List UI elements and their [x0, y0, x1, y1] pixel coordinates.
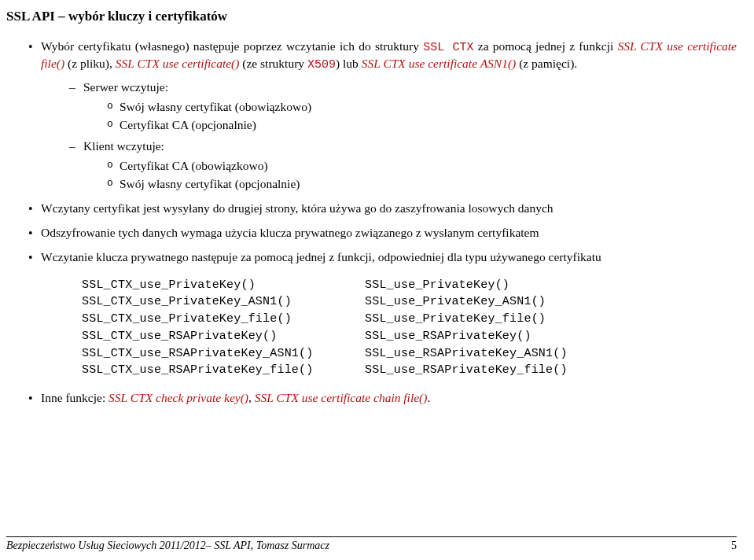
- o-item: Certyfikat CA (opcjonalnie): [107, 117, 737, 134]
- function-cell: SSL_use_RSAPrivateKey(): [365, 328, 648, 345]
- text-span: Serwer wczytuje:: [83, 80, 168, 94]
- function-cell: SSL_use_PrivateKey_file(): [365, 311, 648, 328]
- text-span: (z pliku),: [64, 57, 116, 70]
- o-list: Swój własny certyfikat (obowiązkowo) Cer…: [107, 99, 737, 134]
- bullet-item-3: Odszyfrowanie tych danych wymaga użycia …: [28, 225, 737, 241]
- text-span: ) lub: [336, 57, 362, 70]
- function-name: SSL CTX use certificate ASN1(): [362, 57, 517, 70]
- text-span: Inne funkcje:: [41, 391, 109, 404]
- function-cell: SSL_use_RSAPrivateKey_ASN1(): [365, 345, 648, 363]
- code-span: X509: [307, 58, 336, 72]
- text-span: Klient wczytuje:: [83, 139, 164, 153]
- page-footer: Bezpieczeństwo Usług Sieciowych 2011/201…: [6, 536, 737, 554]
- function-cell: SSL_CTX_use_RSAPrivateKey_ASN1(): [82, 345, 365, 363]
- page-title: SSL API – wybór kluczy i certyfikatów: [6, 8, 737, 26]
- function-name: SSL CTX use certificate(): [116, 57, 240, 70]
- dash-item-client: Klient wczytuje: Certyfikat CA (obowiązk…: [69, 138, 737, 193]
- text-span: ,: [248, 391, 255, 404]
- document-page: SSL API – wybór kluczy i certyfikatów Wy…: [0, 0, 754, 560]
- function-name: SSL CTX use certificate chain file(): [255, 391, 428, 404]
- bullet-item-4: Wczytanie klucza prywatnego następuje za…: [28, 249, 737, 266]
- text-span: (ze struktury: [239, 57, 307, 70]
- function-cell: SSL_CTX_use_PrivateKey_ASN1(): [82, 293, 365, 311]
- function-cell: SSL_CTX_use_RSAPrivateKey_file(): [82, 362, 365, 379]
- o-item: Swój własny certyfikat (opcjonalnie): [107, 176, 737, 193]
- o-item: Swój własny certyfikat (obowiązkowo): [107, 99, 737, 116]
- function-cell: SSL_use_RSAPrivateKey_file(): [365, 362, 648, 379]
- code-span: SSL CTX: [423, 41, 473, 54]
- main-bullet-list: Wybór certyfikatu (własnego) następuje p…: [28, 39, 737, 266]
- function-name: SSL CTX check private key(): [109, 391, 248, 404]
- footer-text: Bezpieczeństwo Usług Sieciowych 2011/201…: [6, 539, 329, 554]
- function-col-right: SSL_use_PrivateKey() SSL_use_PrivateKey_…: [365, 277, 648, 380]
- function-cell: SSL_CTX_use_PrivateKey_file(): [82, 311, 365, 328]
- o-list: Certyfikat CA (obowiązkowo) Swój własny …: [107, 158, 737, 193]
- o-item: Certyfikat CA (obowiązkowo): [107, 158, 737, 175]
- bullet-item-5: Inne funkcje: SSL CTX check private key(…: [28, 390, 737, 407]
- text-span: Wybór certyfikatu (własnego) następuje p…: [41, 39, 423, 53]
- bullet-item-1: Wybór certyfikatu (własnego) następuje p…: [28, 39, 737, 193]
- dash-item-server: Serwer wczytuje: Swój własny certyfikat …: [69, 79, 737, 134]
- function-cell: SSL_CTX_use_PrivateKey(): [82, 277, 365, 294]
- main-bullet-list-2: Inne funkcje: SSL CTX check private key(…: [28, 390, 737, 407]
- bullet-item-2: Wczytany certyfikat jest wysyłany do dru…: [28, 201, 737, 217]
- text-span: za pomocą jednej z funkcji: [474, 39, 618, 53]
- function-col-left: SSL_CTX_use_PrivateKey() SSL_CTX_use_Pri…: [82, 277, 365, 380]
- function-cell: SSL_CTX_use_RSAPrivateKey(): [82, 328, 365, 345]
- function-cell: SSL_use_PrivateKey_ASN1(): [365, 293, 648, 311]
- text-span: (z pamięci).: [516, 57, 577, 70]
- dash-list: Serwer wczytuje: Swój własny certyfikat …: [69, 79, 737, 193]
- page-number: 5: [731, 539, 737, 554]
- function-cell: SSL_use_PrivateKey(): [365, 277, 648, 294]
- text-span: .: [427, 391, 430, 404]
- function-table: SSL_CTX_use_PrivateKey() SSL_CTX_use_Pri…: [82, 277, 737, 380]
